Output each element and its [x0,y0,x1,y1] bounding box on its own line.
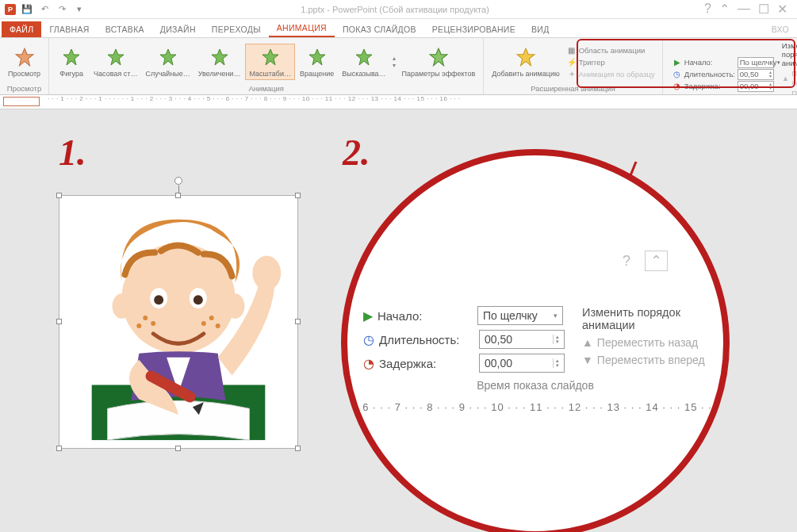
play-icon: ▶ [672,58,682,67]
delay-label: Задержка: [684,82,735,90]
trigger-label: Триггер [579,58,605,67]
zoom-move-earlier[interactable]: ▲Переместить назад [582,336,707,349]
zoom-move-later[interactable]: ▼Переместить вперед [582,354,707,366]
sign-in[interactable]: Вхо [764,21,797,37]
spinner-icon[interactable]: ▴▾ [553,335,559,344]
resize-handle-br[interactable] [295,446,301,451]
redo-icon[interactable]: ↷ [56,3,68,16]
resize-handle-bl[interactable] [56,446,62,451]
zoom-duration-row: ◷ Длительность: 00,50▴▾ [363,330,565,349]
duration-input[interactable]: 00,50▴▾ [738,69,774,80]
effect-swivel[interactable]: Вращение [297,44,337,79]
spinner-icon[interactable]: ▴▾ [553,358,559,368]
effect-random[interactable]: Случайные… [142,44,193,79]
up-triangle-icon: ▲ [582,336,593,349]
zoom-reorder-title: Изменить порядок анимации [582,306,707,331]
delay-input[interactable]: 00,00▴▾ [738,81,774,92]
effect-shape[interactable]: Фигура [54,44,89,79]
tab-file[interactable]: ФАЙЛ [2,21,41,37]
ribbon-collapse-icon[interactable]: ⌃ [719,2,730,17]
resize-handle-mr[interactable] [295,319,301,324]
help-icon[interactable]: ? [623,253,630,270]
svg-point-17 [194,295,203,304]
zoom-start-row: ▶ Начало: По щелчку▾ [363,306,565,325]
svg-point-25 [226,293,245,319]
delay-row: ◔Задержка:00,00▴▾ [672,81,774,92]
preview-label: Просмотр [8,70,40,78]
trigger-button[interactable]: ⚡Триггер [565,56,657,67]
effect-options-label: Параметры эффектов [402,70,476,78]
gallery-more-icon[interactable]: ▴▾ [391,55,397,69]
delay-value: 00,00 [740,82,759,90]
tab-animations[interactable]: АНИМАЦИЯ [269,20,335,37]
zoom-start-dropdown[interactable]: По щелчку▾ [477,306,563,325]
zoom-move-later-label: Переместить вперед [597,354,705,366]
slide-thumbnail[interactable] [3,97,40,106]
rotation-handle[interactable] [174,177,182,185]
svg-point-21 [209,316,214,320]
animation-pane-button[interactable]: ▦Область анимации [565,44,657,55]
spinner-icon[interactable]: ▴▾ [769,71,772,78]
resize-handle-ml[interactable] [56,319,62,324]
reorder-title: Изменить порядок анимации [782,41,797,67]
svg-point-22 [201,321,206,326]
selected-image[interactable] [59,195,298,449]
quick-access-toolbar: P 💾 ↶ ↷ ▾ 1.pptx - PowerPoint (Сбой акти… [0,0,797,19]
zoom-group-label: Время показа слайдов [363,379,707,392]
ribbon-display-icon[interactable]: ⌃ [645,251,668,271]
effect-wheel[interactable]: Часовая ст… [90,44,140,79]
svg-point-18 [143,316,148,320]
tab-review[interactable]: РЕЦЕНЗИРОВАНИЕ [424,21,523,37]
effect-grow[interactable]: Увеличени… [195,44,244,79]
window-controls: ? ⌃ — ☐ ✕ [704,2,792,17]
preview-button[interactable]: Просмотр [5,44,44,79]
tab-insert[interactable]: ВСТАВКА [98,21,152,37]
move-earlier-button[interactable]: ▲Переместить назад [782,68,797,87]
help-icon[interactable]: ? [704,2,711,17]
resize-handle-tr[interactable] [295,193,301,198]
ribbon-group-preview: Просмотр Просмотр [0,38,49,94]
zoom-delay-input[interactable]: 00,00▴▾ [479,354,565,373]
tab-transitions[interactable]: ПЕРЕХОДЫ [204,21,269,37]
spinner-icon[interactable]: ▴▾ [769,82,772,90]
zoom-timing-panel: ▶ Начало: По щелчку▾ ◷ Длительность: 00,… [363,306,707,373]
zoom-header-icons: ? ⌃ [623,251,668,271]
effect-options-button[interactable]: Параметры эффектов [399,44,479,79]
undo-icon[interactable]: ↶ [38,3,51,16]
preview-star-icon [13,46,36,68]
zoom-duration-input[interactable]: 00,50▴▾ [479,330,565,349]
qat-customize-icon[interactable]: ▾ [73,3,86,16]
star-icon [259,46,282,68]
effect-zoom[interactable]: Масштаби… [245,44,295,80]
tab-slideshow[interactable]: ПОКАЗ СЛАЙДОВ [335,21,424,37]
tab-home[interactable]: ГЛАВНАЯ [41,21,97,37]
resize-handle-bm[interactable] [175,446,181,451]
callout-number-1: 1. [59,132,86,174]
zoom-callout-circle: ? ⌃ ▶ Начало: По щелчку▾ ◷ Длительность:… [341,149,730,532]
start-value: По щелчку [740,58,777,67]
start-dropdown[interactable]: По щелчку▾ [738,57,774,68]
svg-point-20 [136,323,141,328]
effect-options-icon [427,46,450,68]
effect-bounce[interactable]: Высказыва… [339,44,389,79]
callout-number-2: 2. [343,132,370,174]
tab-design[interactable]: ДИЗАЙН [152,21,204,37]
cartoon-boy-image [59,196,297,448]
add-animation-button[interactable]: Добавить анимацию [489,44,562,79]
resize-handle-tl[interactable] [56,193,62,198]
zoom-move-earlier-label: Переместить назад [597,336,698,349]
save-icon[interactable]: 💾 [21,3,33,16]
powerpoint-logo-icon: P [5,4,16,15]
ribbon: Просмотр Просмотр Фигура Часовая ст… Слу… [0,38,797,95]
tab-view[interactable]: ВИД [523,21,558,37]
maximize-icon[interactable]: ☐ [758,2,769,17]
minimize-icon[interactable]: — [738,2,750,17]
close-icon[interactable]: ✕ [777,2,787,17]
resize-handle-tm[interactable] [175,193,181,198]
zoom-duration-label: Длительность: [379,333,474,346]
clock-icon: ◷ [672,70,682,79]
zoom-ruler: · 6 · · · 7 · · · 8 · · · 9 · · · 10 · ·… [355,401,715,413]
animation-painter-button: ✦Анимация по образцу [565,68,657,79]
zoom-delay-label: Задержка: [379,357,474,370]
effect-label: Увеличени… [198,70,241,78]
